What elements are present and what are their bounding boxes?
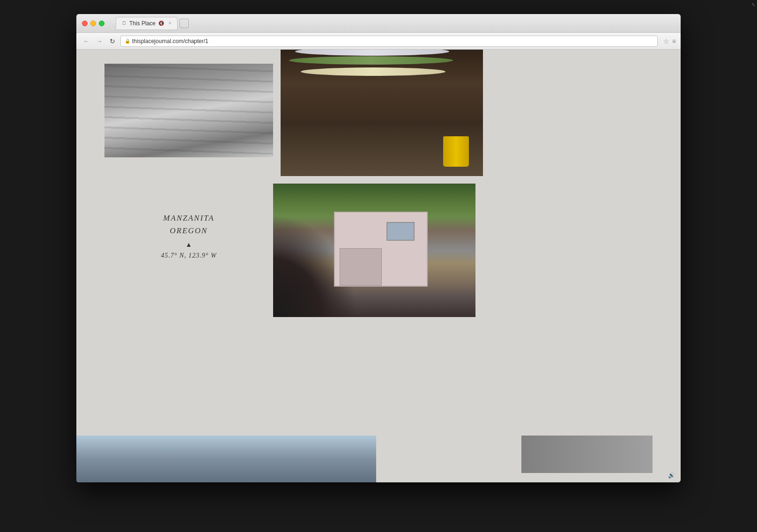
volume-icon[interactable]: 🔊 — [668, 472, 675, 479]
traffic-lights — [82, 21, 104, 26]
bookmark-star-icon[interactable]: ☆ — [663, 37, 669, 45]
address-bar[interactable]: 🔒 thisplacejournal.com/chapter/1 — [120, 36, 658, 47]
photo-layout: MANZANITA OREGON ▲ 45.7° N, 123.9° W — [76, 50, 681, 326]
tab-bar: 🗒 This Place 🔇 × — [116, 17, 675, 30]
garage-building — [334, 212, 428, 287]
forest-image — [104, 64, 273, 157]
maximize-button[interactable] — [99, 21, 104, 26]
outdoor-scene — [273, 184, 475, 317]
tab-favicon: 🗒 — [122, 21, 126, 26]
board-3 — [301, 67, 445, 76]
forward-button[interactable]: → — [94, 36, 104, 46]
back-button[interactable]: ← — [81, 36, 91, 46]
nav-right-controls: ☆ ≡ — [663, 37, 676, 45]
photo-woman-dog — [273, 184, 475, 317]
location-city: MANZANITA OREGON — [163, 212, 214, 237]
bottom-photo-right — [521, 436, 653, 473]
photo-row-1 — [104, 64, 653, 176]
title-bar: 🗒 This Place 🔇 × ⤡ — [76, 14, 681, 33]
photo-row-2: MANZANITA OREGON ▲ 45.7° N, 123.9° W — [104, 184, 653, 317]
location-label: MANZANITA OREGON ▲ 45.7° N, 123.9° W — [104, 184, 273, 259]
photo-shed — [281, 50, 483, 176]
garage-window — [386, 222, 415, 241]
shed-floor — [285, 129, 469, 167]
lock-icon: 🔒 — [125, 38, 130, 44]
tab-title: This Place — [129, 20, 156, 27]
bottom-section — [76, 436, 681, 482]
new-tab-button[interactable] — [179, 19, 189, 28]
tab-close-button[interactable]: × — [169, 21, 171, 26]
garage-door — [340, 248, 382, 286]
location-coordinates: 45.7° N, 123.9° W — [161, 252, 216, 259]
tab-mute-icon[interactable]: 🔇 — [158, 21, 164, 26]
browser-menu-icon[interactable]: ≡ — [672, 37, 676, 45]
shed-interior — [281, 50, 483, 176]
close-button[interactable] — [82, 21, 88, 26]
location-triangle-icon: ▲ — [186, 241, 192, 248]
browser-tab[interactable]: 🗒 This Place 🔇 × — [116, 17, 178, 30]
navigation-bar: ← → ↻ 🔒 thisplacejournal.com/chapter/1 ☆… — [76, 33, 681, 50]
refresh-button[interactable]: ↻ — [107, 36, 118, 46]
minimize-button[interactable] — [90, 21, 96, 26]
url-text: thisplacejournal.com/chapter/1 — [132, 38, 208, 44]
bottom-photo-left — [76, 436, 376, 482]
browser-window: 🗒 This Place 🔇 × ⤡ ← → ↻ 🔒 thisplacejour… — [76, 14, 681, 482]
surf-boards — [285, 50, 478, 94]
yellow-recycle-bin — [443, 136, 469, 167]
photo-forest — [104, 64, 273, 157]
board-2 — [289, 56, 453, 65]
board-1 — [295, 50, 450, 56]
page-content: MANZANITA OREGON ▲ 45.7° N, 123.9° W — [76, 50, 681, 482]
